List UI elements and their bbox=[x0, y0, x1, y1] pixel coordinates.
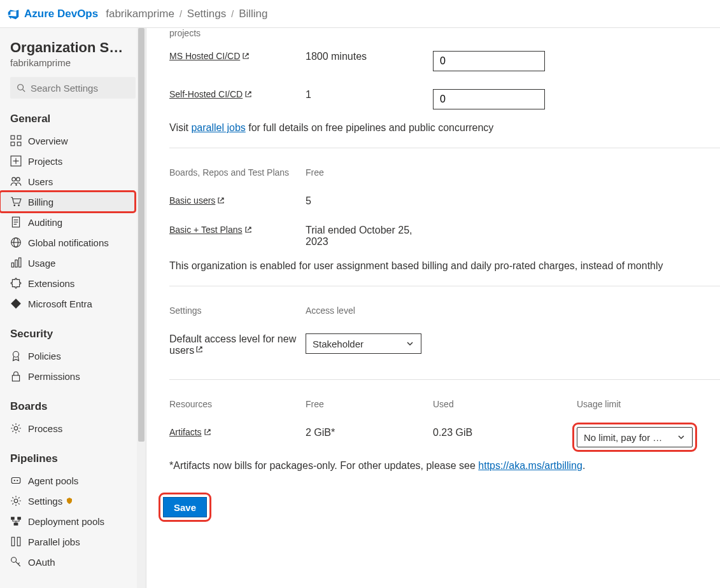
breadcrumb-org[interactable]: fabrikamprime bbox=[106, 8, 174, 20]
sidebar-item-projects[interactable]: Projects bbox=[10, 151, 136, 171]
basic-users-free: 5 bbox=[306, 195, 433, 207]
row-artifacts: Artifacts 2 GiB* 0.23 GiB No limit, pay … bbox=[169, 418, 720, 456]
sidebar-item-users[interactable]: Users bbox=[10, 171, 136, 192]
row-basic-test-plans: Basic + Test Plans Trial ended October 2… bbox=[169, 216, 720, 256]
svg-point-35 bbox=[11, 557, 17, 563]
sidebar-item-extensions[interactable]: Extensions bbox=[10, 273, 136, 293]
ms-hosted-paid-input[interactable] bbox=[433, 51, 545, 71]
svg-point-10 bbox=[17, 178, 20, 181]
sidebar-item-agent-pools[interactable]: Agent pools bbox=[10, 470, 136, 491]
ms-hosted-free: 1800 minutes bbox=[306, 51, 433, 71]
gear-icon bbox=[10, 423, 22, 434]
shield-warning-icon bbox=[66, 498, 73, 504]
default-access-select[interactable]: Stakeholder bbox=[306, 333, 421, 354]
sidebar-item-parallel-jobs[interactable]: Parallel jobs bbox=[10, 531, 136, 552]
default-access-label: Default access level for new users bbox=[169, 333, 296, 356]
svg-line-1 bbox=[23, 90, 25, 92]
svg-point-25 bbox=[14, 426, 18, 430]
chevron-down-icon bbox=[677, 433, 686, 442]
svg-point-29 bbox=[14, 499, 18, 503]
external-link-icon bbox=[217, 197, 225, 204]
key-icon bbox=[10, 556, 22, 568]
artbilling-link[interactable]: https://aka.ms/artbilling bbox=[478, 460, 582, 471]
external-link-icon bbox=[242, 52, 250, 60]
parallel-icon bbox=[10, 536, 22, 547]
svg-rect-3 bbox=[17, 136, 21, 139]
svg-rect-30 bbox=[11, 517, 15, 520]
entra-icon bbox=[10, 298, 22, 309]
settings-header: Settings Access level bbox=[169, 286, 720, 325]
sidebar-item-billing[interactable]: Billing bbox=[0, 192, 135, 212]
puzzle-icon bbox=[10, 277, 22, 289]
lock-icon bbox=[10, 370, 22, 382]
sidebar-item-settings[interactable]: Settings bbox=[10, 491, 136, 511]
save-button[interactable]: Save bbox=[163, 497, 207, 517]
artifacts-used: 0.23 GiB bbox=[433, 427, 577, 447]
sidebar-item-global-notifications[interactable]: Global notifications bbox=[10, 232, 136, 253]
breadcrumb-settings[interactable]: Settings bbox=[187, 8, 226, 20]
plans-footer: This organization is enabled for user as… bbox=[169, 256, 720, 286]
svg-point-9 bbox=[12, 178, 16, 181]
svg-rect-5 bbox=[17, 142, 21, 146]
sidebar-item-label: Parallel jobs bbox=[28, 536, 80, 547]
section-boards: Boards bbox=[10, 400, 136, 413]
scrollbar-thumb[interactable] bbox=[138, 28, 145, 442]
sidebar-scrollbar[interactable] bbox=[137, 28, 146, 588]
self-hosted-link[interactable]: Self-Hosted CI/CD bbox=[169, 89, 252, 99]
search-input[interactable] bbox=[31, 83, 129, 94]
sidebar-item-auditing[interactable]: Auditing bbox=[10, 212, 136, 232]
row-default-access: Default access level for new users Stake… bbox=[169, 325, 720, 379]
svg-rect-34 bbox=[17, 537, 20, 546]
search-settings[interactable] bbox=[10, 77, 136, 99]
sidebar-item-oauth[interactable]: OAuth bbox=[10, 552, 136, 572]
svg-point-28 bbox=[17, 480, 18, 481]
row-self-hosted: Self-Hosted CI/CD 1 bbox=[169, 80, 720, 118]
sidebar-item-policies[interactable]: Policies bbox=[10, 346, 136, 366]
svg-rect-24 bbox=[12, 375, 19, 381]
breadcrumb-sep: / bbox=[180, 9, 182, 19]
external-link-icon bbox=[244, 90, 252, 98]
artifacts-usage-limit-select[interactable]: No limit, pay for … bbox=[577, 427, 693, 447]
brand-label[interactable]: Azure DevOps bbox=[24, 8, 98, 20]
sidebar-item-label: Overview bbox=[28, 136, 68, 146]
sidebar-item-microsoft-entra[interactable]: Microsoft Entra bbox=[10, 293, 136, 314]
svg-point-11 bbox=[13, 204, 15, 206]
sidebar-item-permissions[interactable]: Permissions bbox=[10, 366, 136, 386]
section-general: General bbox=[10, 113, 136, 125]
plus-box-icon bbox=[10, 155, 22, 167]
basic-users-link[interactable]: Basic users bbox=[169, 195, 225, 206]
globe-icon bbox=[10, 237, 22, 248]
sidebar-item-label: Deployment pools bbox=[28, 516, 104, 527]
sidebar-item-process[interactable]: Process bbox=[10, 418, 136, 438]
external-link-icon bbox=[195, 346, 203, 353]
page-title: Organization S… bbox=[10, 39, 131, 56]
artifacts-free: 2 GiB* bbox=[306, 427, 433, 447]
grid-icon bbox=[10, 135, 22, 146]
resources-footer: *Artifacts now bills for packages-only. … bbox=[169, 456, 720, 486]
row-ms-hosted: MS Hosted CI/CD 1800 minutes bbox=[169, 42, 720, 80]
svg-point-23 bbox=[13, 351, 19, 357]
topbar: Azure DevOps fabrikamprime / Settings / … bbox=[0, 0, 720, 28]
ms-hosted-link[interactable]: MS Hosted CI/CD bbox=[169, 51, 250, 61]
artifacts-link[interactable]: Artifacts bbox=[169, 427, 211, 437]
svg-point-27 bbox=[14, 480, 15, 481]
breadcrumb-billing[interactable]: Billing bbox=[239, 8, 267, 20]
self-hosted-paid-input[interactable] bbox=[433, 89, 545, 109]
svg-rect-2 bbox=[11, 136, 15, 139]
sidebar-item-label: Process bbox=[28, 423, 62, 434]
parallel-jobs-link[interactable]: parallel jobs bbox=[191, 122, 245, 133]
svg-point-12 bbox=[18, 204, 20, 206]
cart-icon bbox=[10, 196, 22, 207]
external-link-icon bbox=[204, 428, 211, 436]
sidebar-item-deployment-pools[interactable]: Deployment pools bbox=[10, 511, 136, 531]
sidebar-item-usage[interactable]: Usage bbox=[10, 253, 136, 273]
section-security: Security bbox=[10, 328, 136, 340]
basic-test-plans-link[interactable]: Basic + Test Plans bbox=[169, 225, 252, 235]
pipelines-footer: Visit parallel jobs for full details on … bbox=[169, 118, 720, 148]
sidebar-item-label: Agent pools bbox=[28, 475, 78, 486]
projects-note: projects bbox=[169, 28, 720, 42]
badge-icon bbox=[10, 350, 22, 361]
sidebar-item-label: Microsoft Entra bbox=[28, 298, 92, 309]
svg-rect-31 bbox=[17, 517, 21, 520]
sidebar-item-overview[interactable]: Overview bbox=[10, 130, 136, 151]
